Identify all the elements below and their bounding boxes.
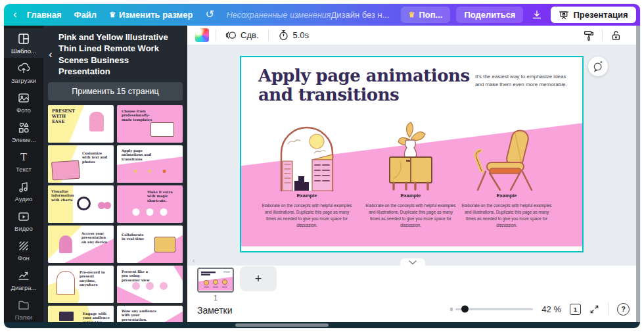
animate-button[interactable]: Сдв. (223, 28, 262, 42)
example-body: Elaborate on the concepts with helpful e… (365, 202, 457, 229)
template-thumbnail-5[interactable]: Visualize information with charts (48, 185, 114, 223)
share-button[interactable]: Поделиться (456, 7, 523, 23)
sidebar-item-elements[interactable]: Элеме... (4, 117, 43, 147)
page-1-thumbnail[interactable] (197, 268, 234, 293)
resize-menu[interactable]: ♛ Изменить размер (109, 10, 193, 20)
toolbar-divider (216, 30, 216, 41)
sidebar-item-label: Диагра... (11, 284, 37, 291)
template-thumbnail-3[interactable]: Customize with text and photos (48, 145, 114, 183)
toolbar-divider (268, 30, 269, 41)
zoom-slider-handle[interactable] (461, 306, 469, 313)
armchair-illustration[interactable] (470, 128, 538, 195)
template-thumbnail-2[interactable]: Choose from professionally-made template… (117, 105, 183, 143)
sidebar-item-label: Загрузки (11, 77, 36, 84)
crown-icon: ♛ (409, 11, 415, 18)
sidebar-item-templates[interactable]: Шабло... (4, 28, 43, 58)
upgrade-button[interactable]: ♛ Поп... (401, 7, 451, 23)
sidebar-item-label: Текст (16, 166, 32, 173)
filmstrip: 1 + Заметки 42 % 1 ? (187, 266, 640, 322)
sidebar-item-video[interactable]: Видео (4, 206, 43, 235)
sidebar-item-charts[interactable]: Диагра... (4, 265, 43, 295)
thumbnail-art (59, 235, 72, 253)
present-label: Презентация (573, 10, 628, 20)
sidebar-item-background[interactable]: Фон (4, 235, 43, 265)
template-thumbnail-9[interactable]: Pre-record to present anytime, anywhere (48, 266, 114, 303)
svg-text:T: T (20, 151, 27, 163)
slide-canvas[interactable]: Apply page animations and transitions It… (240, 56, 584, 252)
templates-panel: ‹ Pink and Yellow Illustrative Thin Line… (43, 26, 187, 322)
template-thumbnail-4[interactable]: Apply page animations and transitions (117, 145, 183, 183)
topbar-right-menu: Дизайн без н... ♛ Поп... Поделиться През… (331, 7, 640, 23)
template-thumbnail-6[interactable]: Make it extra with magic shortcuts. (117, 185, 183, 223)
canva-app-window: ‹ Главная Файл ♛ Изменить размер ↺ Несох… (4, 4, 640, 328)
duration-button[interactable]: 5.0s (275, 28, 312, 42)
example-column-1[interactable]: Example Elaborate on the concepts with h… (261, 193, 353, 229)
notes-label[interactable]: Заметки (197, 305, 233, 316)
upgrade-label: Поп... (419, 10, 442, 20)
home-menu[interactable]: Главная (27, 10, 62, 20)
sidebar-item-text[interactable]: T Текст (4, 147, 43, 176)
canvas-area: Сдв. 5.0s Apply page animation (187, 26, 640, 322)
example-heading: Example (261, 193, 353, 199)
undo-icon[interactable]: ↺ (205, 8, 214, 20)
example-body: Elaborate on the concepts with helpful e… (461, 202, 553, 229)
arched-window-illustration[interactable] (276, 122, 338, 195)
horizontal-scrollbar-thumb[interactable] (235, 323, 329, 327)
paint-roller-icon[interactable] (583, 30, 595, 41)
sidebar-item-label: Папки (15, 314, 33, 321)
slide-subtitle[interactable]: It's the easiest way to emphasize ideas … (475, 73, 567, 89)
template-thumbnail-12[interactable]: Wow any audience with your presentation. (117, 306, 183, 322)
page-number: 1 (197, 294, 234, 302)
apply-pages-button[interactable]: Применить 15 страниц (48, 82, 183, 101)
cabinet-vase-illustration[interactable] (384, 120, 437, 193)
back-chevron-icon[interactable]: ‹ (13, 8, 17, 21)
thumbnail-title: PRESENT WITH EASE (52, 109, 80, 124)
thumbnail-title: Collaborate in real-time (122, 233, 147, 241)
grid-view-button[interactable]: 1 (570, 304, 581, 315)
add-comment-button[interactable] (588, 57, 608, 76)
status-divider (608, 302, 609, 316)
template-thumbnail-7[interactable]: Access your presentation on any device (48, 225, 114, 263)
video-icon (17, 210, 30, 223)
template-thumbnail-1[interactable]: PRESENT WITH EASE (48, 105, 114, 143)
add-page-button[interactable]: + (240, 266, 277, 291)
template-thumbnail-11[interactable]: Engage with your audience using Live Q&A (48, 306, 114, 322)
template-thumbnail-8[interactable]: Collaborate in real-time (117, 225, 183, 263)
slide-title[interactable]: Apply page animations and transitions (258, 66, 485, 104)
thumbnail-title: Visualize information with charts (51, 189, 73, 202)
templates-icon (17, 32, 30, 45)
sidebar-item-audio[interactable]: Аудио (4, 176, 43, 206)
sidebar-item-photos[interactable]: Фото (4, 87, 43, 117)
topbar: ‹ Главная Файл ♛ Изменить размер ↺ Несох… (4, 4, 640, 26)
text-icon: T (17, 151, 30, 164)
photos-icon (17, 91, 30, 105)
zoom-percent: 42 % (541, 304, 561, 314)
file-menu[interactable]: Файл (74, 10, 97, 20)
help-button[interactable]: ? (617, 303, 630, 316)
example-column-2[interactable]: Example Elaborate on the concepts with h… (365, 193, 457, 229)
thumbnail-art (154, 237, 175, 252)
example-heading: Example (461, 193, 553, 199)
color-swatch-button[interactable] (195, 28, 209, 42)
window-right-edge (636, 26, 640, 322)
topbar-left-menu: ‹ Главная Файл ♛ Изменить размер ↺ Несох… (11, 8, 331, 22)
sidebar-item-uploads[interactable]: Загрузки (4, 58, 43, 87)
sidebar-item-label: Фото (16, 107, 31, 114)
panel-back-chevron-icon[interactable]: ‹ (45, 49, 57, 60)
sidebar-item-folders[interactable]: Папки (4, 295, 43, 322)
template-thumbnail-10[interactable]: Present like a pro using presenter view (117, 266, 183, 303)
thumbnail-art (149, 170, 152, 173)
charts-icon (17, 269, 30, 282)
chevron-down-icon (409, 260, 417, 265)
lock-icon[interactable] (610, 30, 622, 41)
example-heading: Example (365, 193, 457, 199)
design-title[interactable]: Дизайн без н... (331, 10, 389, 20)
zoom-slider[interactable] (455, 308, 533, 310)
crown-icon: ♛ (109, 11, 116, 18)
present-button[interactable]: Презентация (551, 7, 635, 23)
example-column-3[interactable]: Example Elaborate on the concepts with h… (461, 193, 553, 229)
download-icon[interactable] (529, 9, 545, 21)
filmstrip-scroll-left-icon[interactable]: ‹ (193, 257, 195, 264)
fullscreen-icon[interactable] (589, 304, 599, 314)
status-controls: 42 % 1 ? (455, 301, 630, 317)
